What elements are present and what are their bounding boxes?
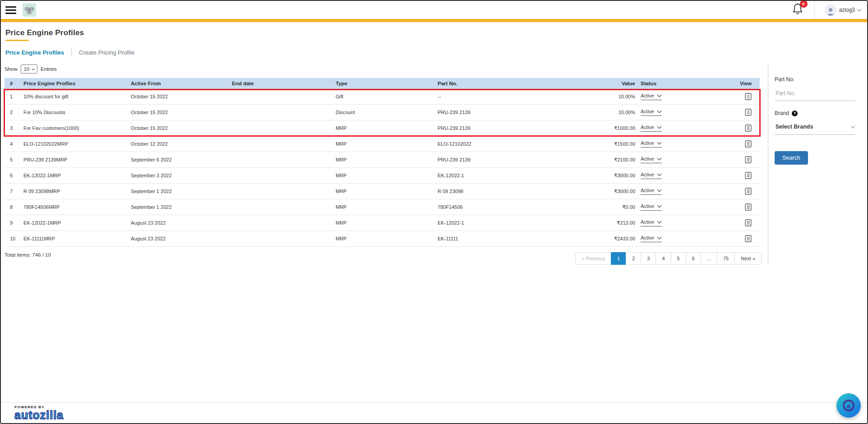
profile-value: ₹1000.00 (584, 125, 638, 131)
row-number: 1 (5, 94, 21, 99)
status-select[interactable]: Active (641, 219, 662, 226)
status-value: Active (641, 124, 654, 130)
pagination-page-75[interactable]: 75 (717, 252, 735, 265)
view-profile-button[interactable] (745, 93, 752, 100)
page-size-value: 10 (24, 66, 29, 72)
part-number: PRU-239 2139 (435, 125, 584, 131)
view-cell (683, 235, 760, 242)
status-value: Active (641, 109, 654, 114)
status-cell: Active (638, 188, 683, 195)
part-number: PRU-239 2139 (435, 157, 584, 162)
elephant-mascot-graphic (24, 5, 34, 15)
active-from-date: September 1 2022 (128, 204, 229, 210)
profile-name: ELO-12102022MRP (21, 141, 128, 147)
pagination-page-4[interactable]: 4 (656, 252, 671, 265)
notification-bell-icon[interactable]: 0 (792, 3, 803, 17)
profile-value: ₹2433.00 (584, 236, 638, 242)
status-select[interactable]: Active (641, 140, 662, 147)
profile-value: ₹3000.00 (584, 173, 638, 179)
brand-select[interactable]: Select Brands (775, 123, 855, 135)
status-select[interactable]: Active (641, 172, 662, 179)
part-no-label: Part No: (775, 76, 855, 83)
row-number: 4 (5, 141, 21, 147)
view-profile-button[interactable] (745, 156, 752, 163)
status-select[interactable]: Active (641, 156, 662, 163)
pagination-page-1[interactable]: 1 (611, 252, 626, 265)
status-select[interactable]: Active (641, 235, 662, 242)
view-profile-button[interactable] (745, 109, 752, 116)
status-select[interactable]: Active (641, 188, 662, 195)
chevron-down-icon (657, 188, 662, 192)
profile-name: PRU-239 2139MRP (21, 157, 128, 162)
part-no-input[interactable] (775, 90, 855, 101)
chevron-down-icon (851, 124, 855, 129)
view-profile-button[interactable] (745, 188, 752, 195)
view-cell (683, 124, 760, 132)
table-row: 4ELO-12102022MRPOctober 12 2022MRPELO-12… (5, 136, 760, 152)
person-glyph (826, 7, 836, 16)
search-button[interactable]: Search (775, 151, 808, 165)
column-header: View (683, 81, 760, 86)
view-cell (683, 93, 760, 100)
profile-name: EK-11111MRP (21, 236, 128, 241)
view-profile-button[interactable] (745, 124, 752, 132)
chevron-down-icon (657, 203, 662, 207)
status-cell: Active (638, 172, 683, 179)
autozilla-chat-fab[interactable]: a (836, 393, 861, 418)
pagination-page-3[interactable]: 3 (641, 252, 656, 265)
autozilla-mascot-icon[interactable] (23, 3, 36, 17)
view-profile-button[interactable] (745, 172, 752, 179)
column-header: Price Engine Profiles (21, 81, 128, 86)
column-header: Type (333, 81, 435, 86)
view-profile-button[interactable] (745, 140, 752, 147)
hamburger-menu-icon[interactable] (5, 6, 16, 14)
status-cell: Active (638, 93, 683, 100)
price-engine-profiles-table: #Price Engine ProfilesActive FromEnd dat… (5, 78, 760, 247)
table-header-row: #Price Engine ProfilesActive FromEnd dat… (5, 78, 760, 89)
pagination-page-5[interactable]: 5 (671, 252, 686, 265)
view-document-icon (745, 219, 752, 226)
view-document-icon (745, 109, 752, 116)
pagination-page-6[interactable]: 6 (686, 252, 701, 265)
pagination-page-2[interactable]: 2 (626, 252, 641, 265)
pagination-previous[interactable]: « Previous (575, 252, 611, 265)
status-value: Active (641, 235, 654, 240)
pagination-next[interactable]: Next » (734, 252, 762, 265)
view-cell (683, 188, 760, 195)
profile-value: 10.00% (584, 94, 638, 99)
status-cell: Active (638, 140, 683, 147)
part-number: 780F14506 (435, 204, 584, 210)
table-row: 8780F14506MRPSeptember 1 2022MRP780F1450… (5, 199, 760, 215)
view-document-icon (745, 124, 752, 132)
tab-create-pricing-profile[interactable]: Create Pricing Profile (79, 49, 134, 56)
status-cell: Active (638, 109, 683, 116)
profile-value: ₹2100.00 (584, 157, 638, 163)
tab-price-engine-profiles[interactable]: Price Engine Profiles (5, 49, 64, 56)
view-cell (683, 156, 760, 163)
table-row: 2For 10% DiscountsOctober 15 2022Discoun… (5, 105, 760, 120)
page-size-select[interactable]: 10 (21, 65, 37, 74)
user-menu[interactable]: azlog3 (825, 4, 861, 16)
status-select[interactable]: Active (641, 93, 662, 100)
status-select[interactable]: Active (641, 109, 662, 116)
row-number: 5 (5, 157, 21, 162)
table-row: 6EK-12022-1MRPSeptember 3 2022MRPEK-1202… (5, 168, 760, 184)
brand-label: Brand ? (775, 110, 855, 116)
help-icon[interactable]: ? (792, 111, 798, 116)
status-select[interactable]: Active (641, 124, 662, 132)
active-from-date: October 15 2022 (128, 94, 229, 99)
view-document-icon (745, 93, 752, 100)
part-number: EK-12022-1 (435, 220, 584, 226)
table-row: 10EK-11111MRPAugust 23 2022MRPEK-11111₹2… (5, 231, 760, 247)
profile-value: ₹0.00 (584, 204, 638, 210)
view-cell (683, 172, 760, 179)
view-profile-button[interactable] (745, 235, 752, 242)
active-from-date: September 1 2022 (128, 189, 229, 194)
view-profile-button[interactable] (745, 219, 752, 226)
view-profile-button[interactable] (745, 203, 752, 211)
column-header: # (5, 81, 21, 86)
status-select[interactable]: Active (641, 203, 662, 211)
pagination-ellipsis[interactable]: ... (701, 252, 717, 265)
table-row: 3For Fav customers(1000)October 15 2022M… (5, 120, 760, 136)
status-cell: Active (638, 235, 683, 242)
